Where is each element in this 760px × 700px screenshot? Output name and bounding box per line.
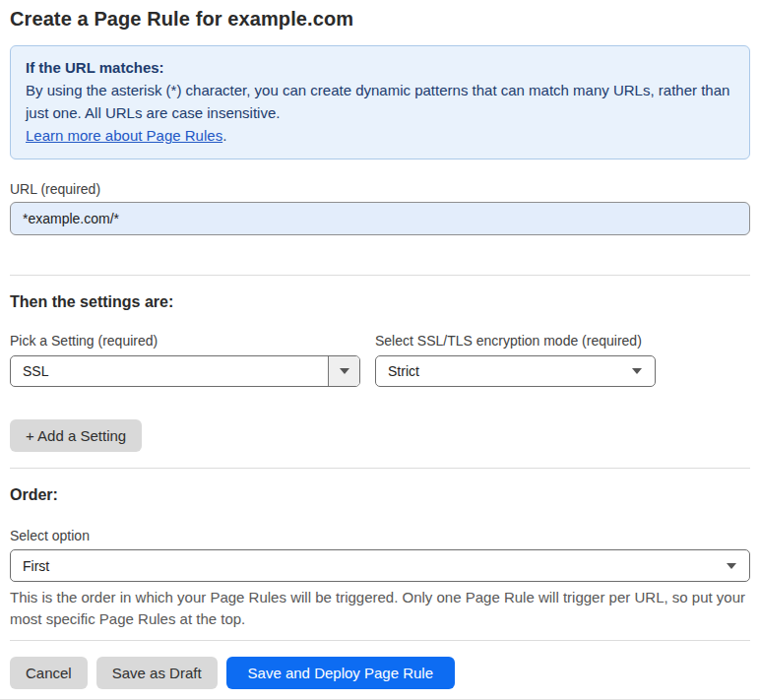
url-label: URL (required) [10, 181, 750, 198]
order-select-value: First [11, 558, 714, 574]
setting-select-arrow-box[interactable] [328, 356, 359, 386]
url-input[interactable] [10, 202, 750, 235]
notice-link-row: Learn more about Page Rules. [26, 124, 734, 147]
divider [10, 640, 750, 641]
notice-body: By using the asterisk (*) character, you… [26, 79, 734, 124]
settings-heading: Then the settings are: [10, 293, 750, 311]
settings-row: Pick a Setting (required) SSL Select SSL… [10, 333, 750, 387]
ssl-mode-select-arrow [619, 368, 655, 374]
learn-more-link[interactable]: Learn more about Page Rules [26, 127, 222, 144]
notice-link-period: . [222, 127, 226, 144]
page-title: Create a Page Rule for example.com [10, 6, 750, 31]
divider [10, 275, 750, 276]
order-select[interactable]: First [10, 549, 750, 582]
setting-column: Pick a Setting (required) SSL [10, 333, 360, 387]
chevron-down-icon [340, 368, 349, 374]
save-and-deploy-button[interactable]: Save and Deploy Page Rule [226, 657, 455, 689]
ssl-mode-select-value: Strict [376, 363, 619, 379]
chevron-down-icon [632, 368, 642, 374]
setting-select-value: SSL [11, 363, 328, 379]
cancel-button[interactable]: Cancel [10, 657, 88, 689]
url-match-notice: If the URL matches: By using the asteris… [10, 45, 750, 159]
ssl-mode-column: Select SSL/TLS encryption mode (required… [375, 333, 656, 387]
ssl-mode-select[interactable]: Strict [375, 355, 656, 387]
add-setting-button[interactable]: + Add a Setting [10, 419, 142, 452]
save-as-draft-button[interactable]: Save as Draft [96, 657, 218, 689]
order-heading: Order: [10, 486, 750, 504]
setting-select-label: Pick a Setting (required) [10, 333, 360, 350]
ssl-mode-select-label: Select SSL/TLS encryption mode (required… [375, 333, 656, 350]
divider [10, 468, 750, 469]
setting-select[interactable]: SSL [10, 355, 360, 387]
footer-actions: Cancel Save as Draft Save and Deploy Pag… [10, 657, 750, 689]
order-help-text: This is the order in which your Page Rul… [10, 587, 750, 630]
create-page-rule-form: Create a Page Rule for example.com If th… [0, 0, 760, 700]
order-select-arrow [714, 563, 749, 569]
order-select-label: Select option [10, 528, 750, 544]
notice-heading: If the URL matches: [26, 56, 734, 79]
chevron-down-icon [727, 563, 736, 569]
